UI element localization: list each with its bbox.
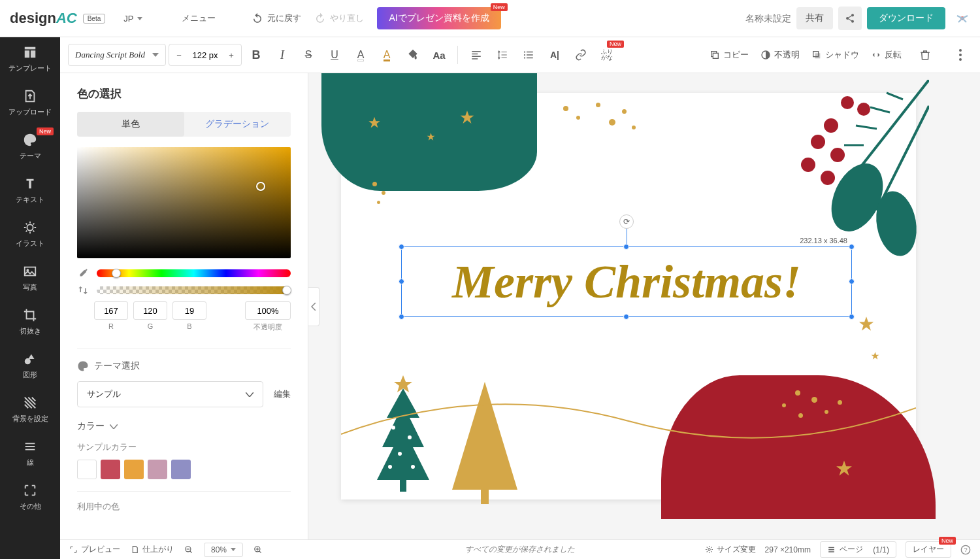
alpha-slider[interactable] <box>97 286 291 294</box>
copy-button[interactable]: コピー <box>710 49 749 61</box>
eyedropper-icon[interactable] <box>77 267 89 279</box>
zoom-out-button[interactable] <box>184 545 193 554</box>
fill-button[interactable] <box>401 43 425 67</box>
sidebar-item-upload[interactable]: アップロード <box>0 81 60 125</box>
bold-button[interactable]: B <box>244 43 268 67</box>
ai-presentation-button[interactable]: AIでプレゼン資料を作成 New <box>377 7 500 29</box>
sidebar-item-photo[interactable]: 写真 <box>0 256 60 300</box>
hue-handle[interactable] <box>112 269 121 278</box>
resize-button[interactable]: サイズ変更 <box>705 544 756 555</box>
sidebar-item-crop[interactable]: 切抜き <box>0 300 60 344</box>
decrease-button[interactable]: − <box>169 44 189 65</box>
new-badge: New <box>491 3 508 11</box>
font-size-input[interactable] <box>189 50 221 60</box>
share-link-button[interactable] <box>838 7 862 30</box>
text-color-button[interactable]: A <box>349 43 372 67</box>
sidebar-item-theme[interactable]: Newテーマ <box>0 125 60 169</box>
sidebar-item-line[interactable]: 線 <box>0 432 60 475</box>
svg-rect-2 <box>25 50 29 58</box>
italic-button[interactable]: I <box>270 43 294 67</box>
sidebar-item-other[interactable]: その他 <box>0 475 60 519</box>
text-transform-button[interactable]: A| <box>543 43 566 67</box>
flip-button[interactable]: 反転 <box>871 49 902 61</box>
zoom-select[interactable]: 80% <box>204 543 243 557</box>
language-select[interactable]: JP <box>123 14 142 24</box>
dragonfly-icon[interactable] <box>955 10 970 26</box>
link-button[interactable] <box>569 43 593 67</box>
handle-nw[interactable] <box>399 244 404 250</box>
page-size: 297 ×210mm <box>765 545 811 554</box>
layer-button[interactable]: レイヤーNew <box>906 541 951 558</box>
color-tabs: 単色 グラデーション <box>77 112 291 137</box>
svg-point-31 <box>821 171 835 185</box>
swatch-white[interactable] <box>77 460 97 479</box>
panel-collapse-handle[interactable] <box>308 287 319 326</box>
download-button[interactable]: ダウンロード <box>867 7 945 29</box>
rotation-handle[interactable]: ⟳ <box>619 214 634 229</box>
sidebar-item-shape[interactable]: 図形 <box>0 344 60 388</box>
undo-icon <box>252 12 263 24</box>
strikethrough-button[interactable]: S <box>297 43 320 67</box>
alpha-handle[interactable] <box>282 286 291 295</box>
hue-slider[interactable] <box>97 269 291 277</box>
text-selection-box[interactable]: ⟳ 232.13 x 36.48 Merry Christmas! <box>401 246 852 317</box>
opacity-button[interactable]: 不透明 <box>760 49 800 61</box>
shadow-button[interactable]: シャドウ <box>811 49 859 61</box>
delete-button[interactable] <box>913 43 937 67</box>
finish-button[interactable]: 仕上がり <box>131 544 174 555</box>
theme-edit-link[interactable]: 編集 <box>274 388 291 400</box>
page-select[interactable]: ページ (1/1) <box>820 541 896 558</box>
swatch-red[interactable] <box>101 460 120 479</box>
text-highlight-button[interactable]: A <box>375 43 399 67</box>
handle-sw[interactable] <box>399 314 404 320</box>
saturation-value-picker[interactable] <box>77 147 291 258</box>
canvas[interactable]: ⟳ 232.13 x 36.48 Merry Christmas! <box>341 93 916 500</box>
text-case-button[interactable]: Aa <box>427 43 451 67</box>
svg-rect-18 <box>400 480 406 492</box>
zoom-in-button[interactable] <box>253 545 263 554</box>
tab-gradient[interactable]: グラデーション <box>184 112 291 137</box>
chevron-down-icon <box>110 424 118 429</box>
swatch-orange[interactable] <box>124 460 144 479</box>
help-button[interactable]: ? <box>960 545 971 555</box>
list-button[interactable] <box>517 43 540 67</box>
sidebar-item-template[interactable]: テンプレート <box>0 37 60 81</box>
line-spacing-button[interactable] <box>491 43 514 67</box>
more-button[interactable] <box>949 43 972 67</box>
title-input[interactable] <box>726 13 791 24</box>
r-input[interactable] <box>94 301 128 320</box>
handle-n[interactable] <box>623 244 629 250</box>
canvas-text[interactable]: Merry Christmas! <box>402 247 851 316</box>
handle-se[interactable] <box>849 314 855 320</box>
color-section[interactable]: カラー <box>77 420 291 432</box>
share-button[interactable]: 共有 <box>796 7 833 29</box>
opacity-input[interactable] <box>245 301 291 320</box>
logo-suffix: AC <box>56 10 77 27</box>
menu-button[interactable]: メニュー <box>182 12 216 24</box>
sidebar-item-text[interactable]: テキスト <box>0 169 60 212</box>
handle-e[interactable] <box>849 279 855 284</box>
preview-button[interactable]: プレビュー <box>69 544 120 555</box>
underline-button[interactable]: U <box>323 43 346 67</box>
b-input[interactable] <box>172 301 206 320</box>
furigana-button[interactable]: ふりがなNew <box>595 43 619 67</box>
g-input[interactable] <box>133 301 167 320</box>
increase-button[interactable]: + <box>221 44 241 65</box>
handle-w[interactable] <box>399 279 404 284</box>
tab-solid[interactable]: 単色 <box>77 112 184 137</box>
align-button[interactable] <box>465 43 488 67</box>
sidebar-item-background[interactable]: 背景を設定 <box>0 388 60 432</box>
font-select[interactable]: Dancing Script Bold <box>68 44 166 66</box>
sv-handle[interactable] <box>256 182 265 191</box>
undo-button[interactable]: 元に戻す <box>252 12 301 24</box>
swatch-pink[interactable] <box>148 460 167 479</box>
swap-icon[interactable] <box>77 284 89 296</box>
handle-ne[interactable] <box>849 244 855 250</box>
sidebar-item-illust[interactable]: イラスト <box>0 212 60 256</box>
font-size-stepper[interactable]: − + <box>169 44 242 66</box>
theme-select[interactable]: サンプル <box>77 381 263 407</box>
handle-s[interactable] <box>623 314 629 320</box>
swatch-purple[interactable] <box>171 460 191 479</box>
canvas-area[interactable]: ⟳ 232.13 x 36.48 Merry Christmas! <box>308 73 980 539</box>
redo-button[interactable]: やり直し <box>314 12 364 24</box>
